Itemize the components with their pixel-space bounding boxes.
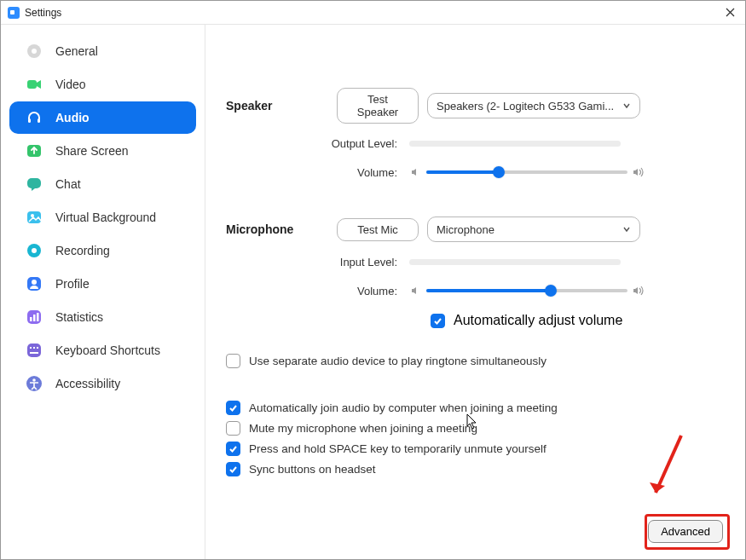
space-unmute-label: Press and hold SPACE key to temporarily … [249, 442, 546, 455]
sidebar-item-label: Accessibility [55, 377, 120, 390]
sidebar-item-chat[interactable]: Chat [9, 168, 196, 200]
auto-adjust-volume-checkbox[interactable] [431, 314, 445, 328]
chat-icon [25, 175, 43, 193]
sync-headset-checkbox[interactable] [226, 462, 240, 476]
sync-headset-label: Sync buttons on headset [249, 463, 376, 476]
test-speaker-button[interactable]: Test Speaker [337, 88, 419, 124]
sidebar-item-label: Keyboard Shortcuts [55, 344, 160, 357]
sidebar-item-audio[interactable]: Audio [9, 101, 196, 134]
virtual-bg-icon [25, 208, 43, 227]
speaker-section: Speaker Test Speaker Speakers (2- Logite… [226, 88, 725, 181]
sidebar-item-video[interactable]: Video [9, 68, 196, 101]
keyboard-icon [25, 341, 43, 360]
svg-rect-4 [38, 118, 40, 123]
sidebar: General Video Audio Share Screen Chat Vi [1, 25, 205, 559]
svg-rect-19 [33, 347, 35, 349]
sidebar-item-label: Profile [55, 277, 90, 291]
sidebar-item-label: General [55, 44, 98, 58]
test-mic-button[interactable]: Test Mic [337, 218, 419, 241]
microphone-section: Microphone Test Mic Microphone Input Lev… [226, 216, 725, 328]
svg-point-1 [32, 49, 37, 54]
audio-options: Use separate audio device to play ringto… [226, 354, 725, 476]
profile-icon [25, 274, 43, 293]
mute-on-join-checkbox[interactable] [226, 421, 240, 436]
close-icon [726, 8, 735, 17]
content-area: General Video Audio Share Screen Chat Vi [1, 25, 745, 559]
sidebar-item-label: Video [55, 78, 86, 91]
statistics-icon [25, 308, 43, 326]
sidebar-item-general[interactable]: General [9, 35, 196, 67]
titlebar: Settings [1, 1, 745, 25]
sidebar-item-keyboard-shortcuts[interactable]: Keyboard Shortcuts [9, 334, 196, 367]
mic-device-dropdown[interactable]: Microphone [427, 216, 640, 242]
sidebar-item-label: Statistics [55, 310, 103, 324]
sidebar-item-share-screen[interactable]: Share Screen [9, 135, 196, 167]
sidebar-item-accessibility[interactable]: Accessibility [9, 367, 196, 400]
svg-rect-20 [37, 347, 38, 349]
sidebar-item-label: Chat [55, 177, 81, 191]
close-button[interactable] [721, 4, 738, 21]
sidebar-item-profile[interactable]: Profile [9, 268, 196, 300]
sidebar-item-statistics[interactable]: Statistics [9, 301, 196, 333]
video-icon [25, 75, 43, 94]
svg-point-10 [32, 248, 37, 253]
volume-high-icon [633, 167, 645, 177]
auto-join-audio-checkbox[interactable] [226, 401, 240, 415]
speaker-device-value: Speakers (2- Logitech G533 Gami... [437, 100, 614, 113]
sidebar-item-label: Audio [55, 111, 90, 124]
speaker-volume-slider[interactable] [426, 164, 627, 181]
svg-rect-17 [27, 344, 41, 357]
speaker-output-level-meter [409, 141, 621, 147]
ringtone-device-checkbox[interactable] [226, 354, 240, 368]
gear-icon [25, 42, 43, 61]
mic-volume-slider[interactable] [426, 282, 627, 299]
headphones-icon [25, 108, 43, 127]
mute-on-join-label: Mute my microphone when joining a meetin… [249, 422, 477, 435]
svg-point-23 [32, 378, 36, 382]
share-screen-icon [25, 141, 43, 160]
ringtone-device-label: Use separate audio device to play ringto… [249, 355, 546, 367]
svg-rect-21 [30, 352, 38, 354]
sidebar-item-label: Recording [55, 244, 110, 257]
svg-point-12 [32, 280, 37, 285]
auto-join-audio-label: Automatically join audio by computer whe… [249, 401, 558, 414]
svg-rect-16 [37, 313, 39, 321]
svg-rect-3 [28, 118, 31, 123]
mic-device-value: Microphone [437, 223, 494, 236]
recording-icon [25, 241, 43, 260]
volume-high-icon [633, 286, 645, 296]
space-unmute-checkbox[interactable] [226, 442, 240, 456]
main-panel: Speaker Test Speaker Speakers (2- Logite… [205, 25, 745, 559]
input-level-label: Input Level: [226, 256, 409, 268]
advanced-button[interactable]: Advanced [648, 520, 723, 543]
svg-rect-18 [30, 347, 32, 349]
output-level-label: Output Level: [226, 137, 409, 150]
svg-marker-25 [650, 482, 665, 493]
svg-rect-15 [33, 315, 36, 321]
accessibility-icon [25, 374, 43, 393]
sidebar-item-recording[interactable]: Recording [9, 234, 196, 267]
microphone-heading: Microphone [226, 222, 337, 236]
mic-input-level-meter [409, 259, 621, 265]
svg-rect-2 [27, 80, 37, 89]
settings-window: Settings General Video Audio Share Scree… [0, 0, 746, 560]
app-icon [8, 7, 20, 19]
chevron-down-icon [622, 100, 631, 113]
sidebar-item-virtual-background[interactable]: Virtual Background [9, 201, 196, 234]
svg-rect-14 [30, 317, 32, 321]
mic-volume-label: Volume: [226, 285, 409, 297]
sidebar-item-label: Share Screen [55, 144, 129, 158]
speaker-heading: Speaker [226, 99, 337, 113]
svg-rect-6 [27, 178, 41, 188]
volume-low-icon [409, 286, 421, 296]
sidebar-item-label: Virtual Background [55, 211, 156, 224]
chevron-down-icon [622, 223, 631, 236]
speaker-volume-label: Volume: [226, 166, 409, 179]
auto-adjust-volume-label: Automatically adjust volume [454, 313, 622, 328]
volume-low-icon [409, 167, 421, 177]
window-title: Settings [25, 7, 61, 19]
speaker-device-dropdown[interactable]: Speakers (2- Logitech G533 Gami... [427, 93, 640, 118]
